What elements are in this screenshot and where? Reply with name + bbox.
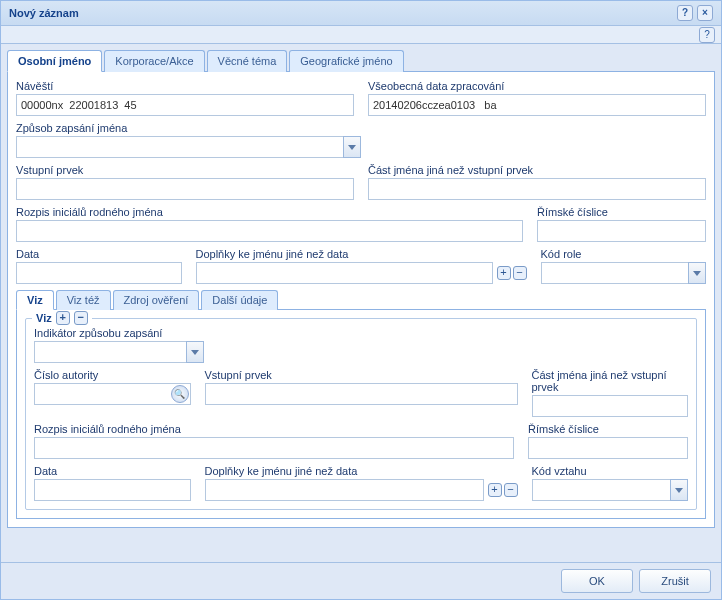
plus-icon[interactable]: + — [488, 483, 502, 497]
close-icon[interactable]: × — [697, 5, 713, 21]
label-viz-rimske: Římské číslice — [528, 423, 688, 435]
label-viz-vstupni-prvek: Vstupní prvek — [205, 369, 518, 381]
rozpis-inicialu-input[interactable] — [16, 220, 523, 242]
window-title: Nový záznam — [9, 7, 79, 19]
tab-viz[interactable]: Viz — [16, 290, 54, 310]
minus-icon[interactable]: − — [74, 311, 88, 325]
content: Osobní jméno Korporace/Akce Věcné téma G… — [1, 44, 721, 562]
viz-rimske-input[interactable] — [528, 437, 688, 459]
toolbar: ? — [1, 26, 721, 44]
plus-icon[interactable]: + — [56, 311, 70, 325]
button-bar: OK Zrušit — [1, 562, 721, 599]
label-viz-doplnky: Doplňky ke jménu jiné než data — [205, 465, 518, 477]
data-input[interactable] — [16, 262, 182, 284]
tab-zdroj-overeni[interactable]: Zdroj ověření — [113, 290, 200, 310]
label-rimske: Římské číslice — [537, 206, 706, 218]
chevron-down-icon[interactable] — [186, 341, 204, 363]
label-cast-jmena: Část jména jiná než vstupní prvek — [368, 164, 706, 176]
titlebar: Nový záznam ? × — [1, 1, 721, 26]
minus-icon[interactable]: − — [513, 266, 527, 280]
navesti-input[interactable] — [16, 94, 354, 116]
doplnky-input[interactable] — [196, 262, 493, 284]
ok-button[interactable]: OK — [561, 569, 633, 593]
chevron-down-icon[interactable] — [343, 136, 361, 158]
cislo-autority-input[interactable] — [34, 383, 191, 405]
tab-dalsi-udaje[interactable]: Další údaje — [201, 290, 278, 310]
zpusob-zapsani-select[interactable] — [16, 136, 361, 158]
tab-viz-tez[interactable]: Viz též — [56, 290, 111, 310]
viz-rozpis-input[interactable] — [34, 437, 514, 459]
help-icon[interactable]: ? — [677, 5, 693, 21]
cast-jmena-input[interactable] — [368, 178, 706, 200]
tab-vecne-tema[interactable]: Věcné téma — [207, 50, 288, 72]
cancel-button[interactable]: Zrušit — [639, 569, 711, 593]
label-vseob-data: Všeobecná data zpracování — [368, 80, 706, 92]
vseob-data-input[interactable] — [368, 94, 706, 116]
label-viz-cast-jmena: Část jména jiná než vstupní prvek — [532, 369, 689, 393]
label-viz-rozpis: Rozpis iniciálů rodného jména — [34, 423, 514, 435]
label-indikator: Indikátor způsobu zapsání — [34, 327, 204, 339]
chevron-down-icon[interactable] — [688, 262, 706, 284]
main-tabs: Osobní jméno Korporace/Akce Věcné téma G… — [7, 50, 715, 72]
tab-korporace-akce[interactable]: Korporace/Akce — [104, 50, 204, 72]
label-zpusob-zapsani: Způsob zapsání jména — [16, 122, 361, 134]
kod-role-select[interactable] — [541, 262, 707, 284]
inner-body-viz: Viz + − Indikátor způsobu zapsání — [16, 309, 706, 519]
plus-icon[interactable]: + — [497, 266, 511, 280]
label-doplnky: Doplňky ke jménu jiné než data — [196, 248, 527, 260]
inner-tabs: Viz Viz též Zdroj ověření Další údaje — [16, 290, 706, 310]
help-icon[interactable]: ? — [699, 27, 715, 43]
tab-geograficke-jmeno[interactable]: Geografické jméno — [289, 50, 403, 72]
tab-osobni-jmeno[interactable]: Osobní jméno — [7, 50, 102, 72]
viz-cast-jmena-input[interactable] — [532, 395, 689, 417]
viz-vstupni-prvek-input[interactable] — [205, 383, 518, 405]
label-kod-vztahu: Kód vztahu — [532, 465, 689, 477]
label-vstupni-prvek: Vstupní prvek — [16, 164, 354, 176]
rimske-input[interactable] — [537, 220, 706, 242]
label-navesti: Návěští — [16, 80, 354, 92]
search-icon[interactable]: 🔍 — [171, 385, 189, 403]
minus-icon[interactable]: − — [504, 483, 518, 497]
label-viz-data: Data — [34, 465, 191, 477]
label-rozpis-inicialu: Rozpis iniciálů rodného jména — [16, 206, 523, 218]
viz-data-input[interactable] — [34, 479, 191, 501]
tab-body-osobni-jmeno: Návěští Všeobecná data zpracování Způsob… — [7, 71, 715, 528]
window: Nový záznam ? × ? Osobní jméno Korporace… — [0, 0, 722, 600]
label-kod-role: Kód role — [541, 248, 707, 260]
viz-fieldset: Viz + − Indikátor způsobu zapsání — [25, 318, 697, 510]
chevron-down-icon[interactable] — [670, 479, 688, 501]
vstupni-prvek-input[interactable] — [16, 178, 354, 200]
label-data: Data — [16, 248, 182, 260]
viz-legend-label: Viz — [36, 312, 52, 324]
indikator-select[interactable] — [34, 341, 204, 363]
label-cislo-autority: Číslo autority — [34, 369, 191, 381]
kod-vztahu-select[interactable] — [532, 479, 689, 501]
viz-doplnky-input[interactable] — [205, 479, 484, 501]
